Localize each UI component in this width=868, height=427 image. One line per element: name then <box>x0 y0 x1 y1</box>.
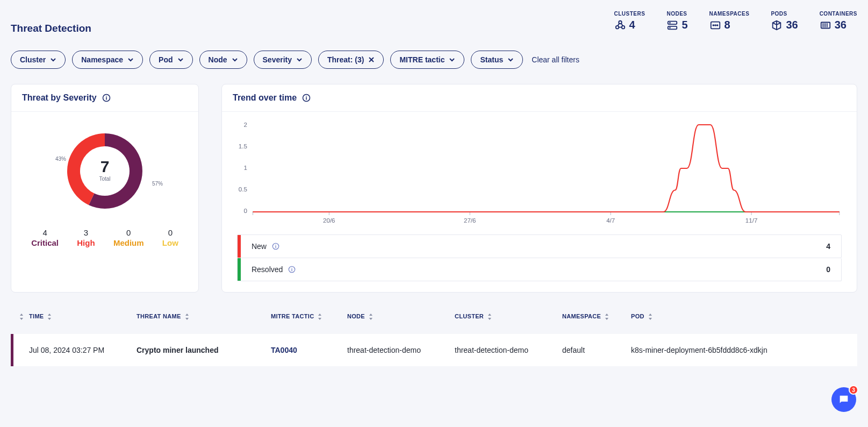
svg-point-5 <box>670 22 670 23</box>
trend-card: Trend over time 2 1.5 1 0.5 0 2 <box>221 84 857 293</box>
info-icon[interactable] <box>302 94 311 102</box>
filter-node[interactable]: Node <box>199 51 247 69</box>
severity-medium[interactable]: 0 Medium <box>113 228 144 247</box>
trend-card-title: Trend over time <box>233 93 297 103</box>
containers-icon <box>820 19 831 31</box>
sort-icon <box>487 314 492 320</box>
stat-pods[interactable]: PODS 36 <box>771 11 798 31</box>
column-namespace[interactable]: NAMESPACE <box>562 313 631 320</box>
row-cluster: threat-detection-demo <box>455 346 562 354</box>
chevron-down-icon <box>507 56 514 63</box>
svg-text:27/6: 27/6 <box>464 217 476 224</box>
threats-table: TIME THREAT NAME MITRE TACTIC NODE CLUST… <box>11 309 857 366</box>
namespaces-icon <box>709 19 721 31</box>
stat-pods-label: PODS <box>771 11 787 17</box>
sort-icon <box>19 314 24 320</box>
sort-icon <box>604 314 609 320</box>
severity-card: Threat by Severity 7 Tota <box>11 84 199 293</box>
legend-new[interactable]: New 4 <box>241 235 841 258</box>
stat-clusters-label: CLUSTERS <box>614 11 645 17</box>
info-icon[interactable] <box>272 243 279 250</box>
svg-point-9 <box>715 25 716 26</box>
chat-widget[interactable]: 3 <box>831 387 856 412</box>
filter-mitre[interactable]: MITRE tactic <box>390 51 464 69</box>
svg-text:1.5: 1.5 <box>239 143 247 150</box>
svg-point-8 <box>713 25 714 26</box>
severity-critical[interactable]: 4 Critical <box>31 228 59 247</box>
clear-all-filters[interactable]: Clear all filters <box>532 55 579 64</box>
table-row[interactable]: Jul 08, 2024 03:27 PM Crypto miner launc… <box>11 334 857 366</box>
stat-pods-value: 36 <box>786 19 798 31</box>
filter-cluster[interactable]: Cluster <box>11 51 66 69</box>
chevron-down-icon <box>127 56 134 63</box>
severity-low[interactable]: 0 Low <box>162 228 178 247</box>
info-icon[interactable] <box>288 266 296 273</box>
column-pod[interactable]: POD <box>631 313 857 320</box>
column-time[interactable]: TIME <box>29 313 137 320</box>
row-threat-name: Crypto miner launched <box>137 346 271 354</box>
svg-text:0.5: 0.5 <box>239 186 247 193</box>
trend-chart: 2 1.5 1 0.5 0 20/627/64/711/7 <box>237 119 842 232</box>
info-icon[interactable] <box>102 94 111 102</box>
svg-text:4/7: 4/7 <box>606 217 615 224</box>
row-namespace: default <box>562 346 631 354</box>
svg-text:20/6: 20/6 <box>323 217 335 224</box>
filters-row: Cluster Namespace Pod Node Severity Thre… <box>11 51 857 69</box>
chevron-down-icon <box>50 56 56 63</box>
sort-icon <box>648 314 653 320</box>
row-node: threat-detection-demo <box>347 346 455 354</box>
chevron-down-icon <box>232 56 238 63</box>
stat-clusters[interactable]: CLUSTERS 4 <box>614 11 645 31</box>
svg-text:0: 0 <box>244 208 247 214</box>
svg-text:11/7: 11/7 <box>745 217 757 224</box>
filter-namespace[interactable]: Namespace <box>72 51 143 69</box>
severity-high[interactable]: 3 High <box>77 228 95 247</box>
close-icon[interactable] <box>368 56 375 63</box>
legend-resolved[interactable]: Resolved 0 <box>241 258 841 281</box>
clusters-icon <box>614 19 626 31</box>
column-cluster[interactable]: CLUSTER <box>455 313 562 320</box>
nodes-icon <box>666 19 678 31</box>
stat-nodes-label: NODES <box>666 11 687 17</box>
svg-text:1: 1 <box>244 165 247 171</box>
stat-nodes-value: 5 <box>682 19 687 31</box>
row-pod: k8s-miner-deployment-6b5fddd8c6-xdkjn <box>631 346 857 354</box>
chevron-down-icon <box>296 56 303 63</box>
stat-namespaces[interactable]: NAMESPACES 8 <box>709 11 750 31</box>
severity-pct-b: 57% <box>152 181 163 187</box>
chat-icon <box>838 394 850 405</box>
svg-text:2: 2 <box>244 122 247 128</box>
stat-containers[interactable]: CONTAINERS 36 <box>820 11 857 31</box>
severity-pct-a: 43% <box>55 156 66 162</box>
filter-status[interactable]: Status <box>471 51 523 69</box>
chevron-down-icon <box>449 56 455 63</box>
filter-threat-active[interactable]: Threat: (3) <box>318 51 384 69</box>
stat-namespaces-label: NAMESPACES <box>709 11 750 17</box>
stat-containers-label: CONTAINERS <box>820 11 857 17</box>
svg-point-6 <box>670 27 670 28</box>
stat-nodes[interactable]: NODES 5 <box>666 11 687 31</box>
stat-namespaces-value: 8 <box>724 19 730 31</box>
row-time: Jul 08, 2024 03:27 PM <box>29 346 137 354</box>
stat-containers-value: 36 <box>835 19 847 31</box>
sort-icon <box>368 314 374 320</box>
header-stats: CLUSTERS 4 NODES 5 NAMESPACES 8 <box>614 11 857 31</box>
column-threat-name[interactable]: THREAT NAME <box>137 313 271 320</box>
sort-icon <box>47 314 52 320</box>
column-mitre-tactic[interactable]: MITRE TACTIC <box>271 313 347 320</box>
svg-point-1 <box>615 25 619 28</box>
svg-point-2 <box>621 25 625 28</box>
stat-clusters-value: 4 <box>629 19 635 31</box>
row-mitre-tactic[interactable]: TA0040 <box>271 346 347 354</box>
filter-pod[interactable]: Pod <box>149 51 192 69</box>
sort-icon <box>317 314 322 320</box>
filter-severity[interactable]: Severity <box>254 51 312 69</box>
severity-card-title: Threat by Severity <box>22 93 97 103</box>
pods-icon <box>771 19 783 31</box>
page-title: Threat Detection <box>11 23 91 34</box>
chat-badge: 3 <box>849 385 858 395</box>
column-node[interactable]: NODE <box>347 313 455 320</box>
chevron-down-icon <box>177 56 184 63</box>
severity-total-label: Total <box>99 176 110 182</box>
column-expand[interactable] <box>11 314 29 320</box>
